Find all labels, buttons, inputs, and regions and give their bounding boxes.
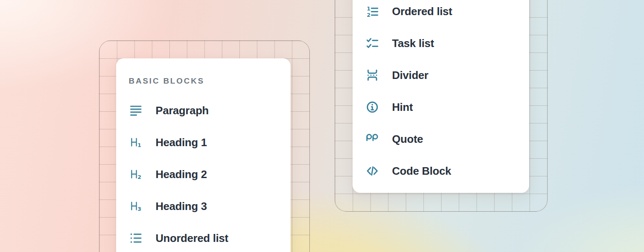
- unordered-list-icon: [129, 231, 143, 245]
- menu-item-task-list[interactable]: Task list: [353, 27, 529, 59]
- svg-text:3: 3: [138, 206, 141, 212]
- menu-item-heading-1[interactable]: 1 Heading 1: [116, 126, 291, 158]
- heading-2-icon: 2: [129, 168, 143, 181]
- svg-text:2: 2: [367, 12, 371, 18]
- divider-icon: [366, 68, 379, 82]
- svg-text:2: 2: [138, 174, 141, 180]
- menu-item-heading-2[interactable]: 2 Heading 2: [116, 158, 291, 190]
- menu-item-hint[interactable]: Hint: [353, 91, 529, 123]
- menu-item-label: Divider: [392, 69, 428, 82]
- menu-item-ordered-list[interactable]: 1 2 Ordered list: [353, 0, 529, 27]
- heading-3-icon: 3: [129, 200, 143, 213]
- quote-icon: [366, 132, 379, 146]
- paragraph-icon: [129, 104, 143, 117]
- menu-item-unordered-list[interactable]: Unordered list: [116, 222, 291, 252]
- code-block-icon: [366, 164, 379, 178]
- menu-item-label: Heading 1: [156, 136, 207, 149]
- ordered-list-icon: 1 2: [366, 5, 379, 18]
- basic-blocks-menu: BASIC BLOCKS Paragraph 1 Heading 1 2 Hea…: [116, 58, 291, 252]
- section-label: BASIC BLOCKS: [129, 75, 291, 87]
- menu-item-quote[interactable]: Quote: [353, 123, 529, 155]
- menu-item-code-block[interactable]: Code Block: [353, 155, 529, 187]
- menu-item-label: Hint: [392, 101, 413, 114]
- menu-item-label: Quote: [392, 133, 423, 146]
- menu-item-label: Task list: [392, 37, 434, 50]
- svg-text:1: 1: [367, 5, 371, 12]
- svg-text:1: 1: [138, 142, 141, 148]
- menu-item-label: Unordered list: [156, 232, 228, 245]
- menu-item-label: Heading 3: [156, 200, 207, 213]
- menu-item-label: Code Block: [392, 165, 451, 178]
- menu-item-divider[interactable]: Divider: [353, 59, 529, 91]
- menu-item-label: Ordered list: [392, 5, 452, 18]
- menu-item-label: Heading 2: [156, 168, 207, 181]
- menu-item-heading-3[interactable]: 3 Heading 3: [116, 190, 291, 222]
- menu-item-paragraph[interactable]: Paragraph: [116, 94, 291, 126]
- menu-item-label: Paragraph: [156, 104, 209, 117]
- hint-icon: [366, 100, 379, 114]
- heading-1-icon: 1: [129, 136, 143, 149]
- more-blocks-menu: 1 2 Ordered list Task list Divider: [353, 0, 529, 193]
- task-list-icon: [366, 37, 379, 50]
